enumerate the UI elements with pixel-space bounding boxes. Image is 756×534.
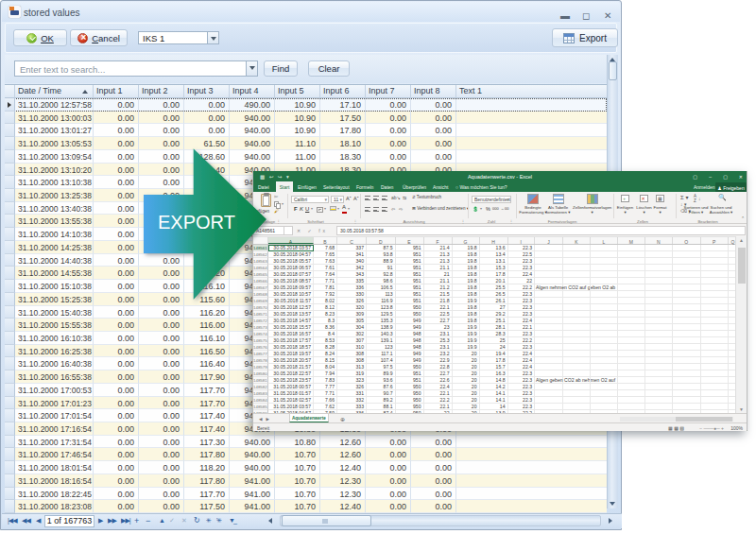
svg-text:EXPORT: EXPORT xyxy=(158,212,235,233)
